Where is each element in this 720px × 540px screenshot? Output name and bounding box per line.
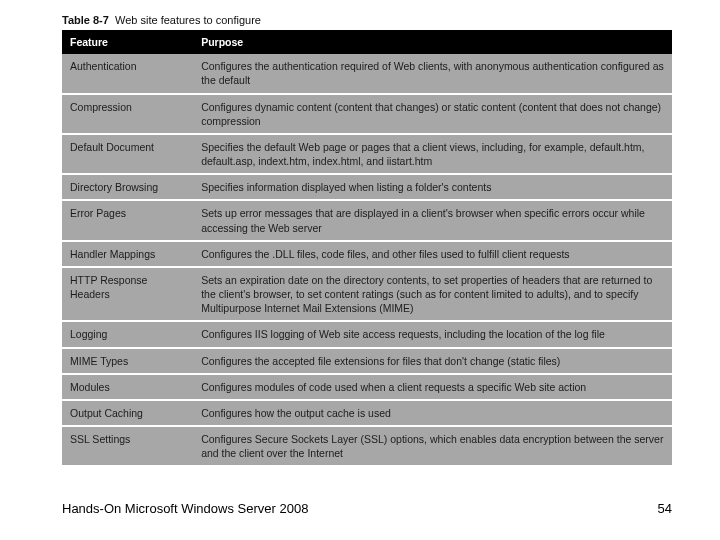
cell-feature: Handler Mappings bbox=[62, 241, 193, 267]
features-table: Feature Purpose Authentication Configure… bbox=[62, 30, 672, 465]
cell-feature: SSL Settings bbox=[62, 426, 193, 465]
page-number: 54 bbox=[658, 501, 672, 516]
table-row: SSL Settings Configures Secure Sockets L… bbox=[62, 426, 672, 465]
slide-content: Table 8-7 Web site features to configure… bbox=[0, 0, 720, 465]
table-row: Modules Configures modules of code used … bbox=[62, 374, 672, 400]
cell-purpose: Sets up error messages that are displaye… bbox=[193, 200, 672, 240]
cell-feature: Directory Browsing bbox=[62, 174, 193, 200]
cell-purpose: Configures modules of code used when a c… bbox=[193, 374, 672, 400]
table-row: Default Document Specifies the default W… bbox=[62, 134, 672, 174]
cell-purpose: Configures the .DLL files, code files, a… bbox=[193, 241, 672, 267]
cell-purpose: Specifies the default Web page or pages … bbox=[193, 134, 672, 174]
cell-feature: HTTP Response Headers bbox=[62, 267, 193, 322]
cell-purpose: Configures the authentication required o… bbox=[193, 54, 672, 93]
cell-purpose: Specifies information displayed when lis… bbox=[193, 174, 672, 200]
cell-purpose: Configures how the output cache is used bbox=[193, 400, 672, 426]
table-row: Compression Configures dynamic content (… bbox=[62, 94, 672, 134]
col-header-purpose: Purpose bbox=[193, 30, 672, 54]
col-header-feature: Feature bbox=[62, 30, 193, 54]
table-caption: Table 8-7 Web site features to configure bbox=[62, 14, 672, 26]
table-row: Error Pages Sets up error messages that … bbox=[62, 200, 672, 240]
table-row: MIME Types Configures the accepted file … bbox=[62, 348, 672, 374]
cell-purpose: Sets an expiration date on the directory… bbox=[193, 267, 672, 322]
table-row: Directory Browsing Specifies information… bbox=[62, 174, 672, 200]
cell-feature: MIME Types bbox=[62, 348, 193, 374]
table-row: Authentication Configures the authentica… bbox=[62, 54, 672, 93]
table-row: Logging Configures IIS logging of Web si… bbox=[62, 321, 672, 347]
table-row: HTTP Response Headers Sets an expiration… bbox=[62, 267, 672, 322]
cell-purpose: Configures dynamic content (content that… bbox=[193, 94, 672, 134]
table-caption-text: Web site features to configure bbox=[115, 14, 261, 26]
cell-feature: Compression bbox=[62, 94, 193, 134]
footer-title: Hands-On Microsoft Windows Server 2008 bbox=[62, 501, 308, 516]
cell-purpose: Configures Secure Sockets Layer (SSL) op… bbox=[193, 426, 672, 465]
cell-feature: Modules bbox=[62, 374, 193, 400]
cell-feature: Logging bbox=[62, 321, 193, 347]
table-label: Table 8-7 bbox=[62, 14, 109, 26]
table-row: Output Caching Configures how the output… bbox=[62, 400, 672, 426]
cell-feature: Output Caching bbox=[62, 400, 193, 426]
cell-purpose: Configures IIS logging of Web site acces… bbox=[193, 321, 672, 347]
cell-purpose: Configures the accepted file extensions … bbox=[193, 348, 672, 374]
table-header-row: Feature Purpose bbox=[62, 30, 672, 54]
cell-feature: Default Document bbox=[62, 134, 193, 174]
table-row: Handler Mappings Configures the .DLL fil… bbox=[62, 241, 672, 267]
footer: Hands-On Microsoft Windows Server 2008 5… bbox=[62, 501, 672, 516]
cell-feature: Authentication bbox=[62, 54, 193, 93]
cell-feature: Error Pages bbox=[62, 200, 193, 240]
